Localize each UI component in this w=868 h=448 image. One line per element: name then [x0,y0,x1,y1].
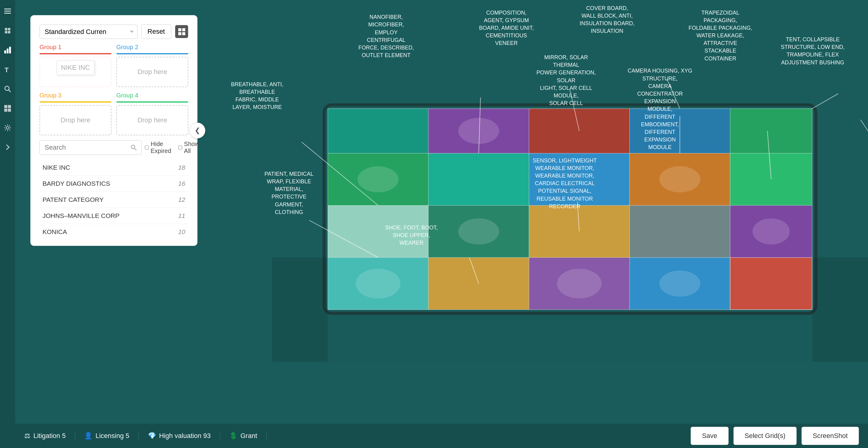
hide-expired-text: Hide Expired [151,140,173,155]
panel-header: Standardized Curren Reset [39,24,188,39]
svg-point-56 [458,219,499,245]
sidebar: T [0,0,15,448]
chart-icon[interactable] [2,45,13,55]
groups-grid-bottom: Group 3 Drop here Group 4 Drop here [39,92,188,135]
svg-marker-24 [429,257,529,310]
svg-rect-8 [7,49,8,54]
company-list: NIKE INC 18 BARDY DIAGNOSTICS 16 PATENT … [39,160,188,237]
svg-point-62 [458,118,499,144]
high-valuation-icon: 💎 [148,432,156,440]
layers-icon[interactable] [2,26,13,36]
company-name: BARDY DIAGNOSTICS [42,180,110,187]
svg-marker-34 [429,153,529,205]
company-name: PATENT CATEGORY [42,196,103,203]
group-4-label: Group 4 [116,92,138,99]
grant-icon: 💲 [229,432,238,440]
group-2-line [116,53,188,54]
status-litigation: ⚖ Litigation 5 [24,432,75,440]
grid-toggle-button[interactable] [175,25,188,38]
company-row[interactable]: NIKE INC 18 [39,160,188,176]
licensing-text: Licensing 5 [95,432,129,440]
group-1-column: Group 1 NIKE INC [39,44,112,87]
hide-expired-checkbox[interactable] [145,145,149,150]
arrow-right-icon[interactable] [2,142,13,152]
group-4-column: Group 4 Drop here [116,92,188,135]
text-icon[interactable]: T [2,64,13,75]
svg-marker-21 [272,257,328,361]
group-2-drop-zone[interactable]: Drop here [116,57,188,87]
svg-point-57 [557,268,602,298]
company-row[interactable]: PATENT CATEGORY 12 [39,192,188,208]
menu-icon[interactable] [2,6,13,17]
group-1-drop-zone[interactable]: NIKE INC [39,57,112,87]
currency-dropdown[interactable]: Standardized Curren [39,25,137,39]
svg-rect-14 [8,105,11,108]
svg-point-17 [6,127,9,129]
visualization-area: BREATHABLE, ANTI,BREATHABLEFABRIC, MIDDL… [197,0,868,448]
svg-rect-13 [4,105,7,108]
show-all-text: Show All [184,140,201,155]
bottom-actions: Save Select Grid(s) ScreenShot [691,427,859,445]
svg-rect-3 [5,28,7,30]
company-row[interactable]: KONICA 10 [39,224,188,237]
svg-point-18 [131,145,135,149]
search-row: Hide Expired Show All [39,140,188,155]
status-high-valuation: 💎 High valuation 93 [139,432,220,440]
svg-rect-9 [9,47,11,54]
group-1-label: Group 1 [39,44,61,51]
svg-point-11 [5,86,9,91]
svg-marker-42 [730,109,812,153]
group-4-drop-text: Drop here [137,116,167,124]
company-count: 12 [178,196,185,203]
reset-button[interactable]: Reset [141,24,171,39]
svg-point-59 [752,219,790,245]
group-2-drop-text: Drop here [137,68,167,76]
svg-marker-20 [328,310,812,362]
save-button[interactable]: Save [691,427,728,445]
svg-point-61 [659,270,700,296]
search-icon[interactable] [2,84,13,94]
company-count: 18 [178,164,185,171]
svg-rect-0 [4,8,11,9]
group-3-line [39,101,112,103]
company-name: NIKE INC [42,164,70,171]
group-3-label: Group 3 [39,92,61,99]
svg-marker-31 [629,205,730,258]
svg-marker-38 [328,109,428,153]
svg-marker-28 [328,205,428,258]
svg-line-70 [860,120,868,131]
status-licensing: 👤 Licensing 5 [75,432,138,440]
select-grids-button[interactable]: Select Grid(s) [734,427,797,445]
svg-rect-7 [4,51,6,54]
show-all-label[interactable]: Show All [178,140,201,155]
company-row[interactable]: JOHNS–MANVILLE CORP 11 [39,208,188,224]
company-name: JOHNS–MANVILLE CORP [42,212,119,219]
group-3-drop-zone[interactable]: Drop here [39,105,112,135]
control-panel: ❮ Standardized Curren Reset Group 1 [30,15,197,246]
svg-line-69 [812,94,838,109]
search-box [39,140,142,155]
grid-view-icon[interactable] [2,103,13,114]
svg-rect-2 [4,13,11,14]
hide-expired-label[interactable]: Hide Expired [145,140,173,155]
nike-drag-item[interactable]: NIKE INC [57,60,94,75]
settings-icon[interactable] [2,123,13,133]
show-all-checkbox[interactable] [178,145,182,150]
company-count: 10 [178,228,185,235]
company-row[interactable]: BARDY DIAGNOSTICS 16 [39,176,188,192]
status-items: ⚖ Litigation 5 👤 Licensing 5 💎 High valu… [24,432,691,440]
status-grant: 💲 Grant [220,432,267,440]
group-4-drop-zone[interactable]: Drop here [116,105,188,135]
litigation-icon: ⚖ [24,432,30,440]
screenshot-button[interactable]: ScreenShot [802,427,859,445]
grid-dots-icon [178,28,185,35]
svg-point-55 [355,268,400,298]
svg-point-60 [358,166,399,192]
high-valuation-text: High valuation 93 [159,432,211,440]
grant-text: Grant [241,432,257,440]
group-3-column: Group 3 Drop here [39,92,112,135]
company-name: KONICA [42,228,67,235]
collapse-button[interactable]: ❮ [189,123,205,138]
search-input[interactable] [44,143,128,152]
svg-marker-22 [812,257,868,361]
